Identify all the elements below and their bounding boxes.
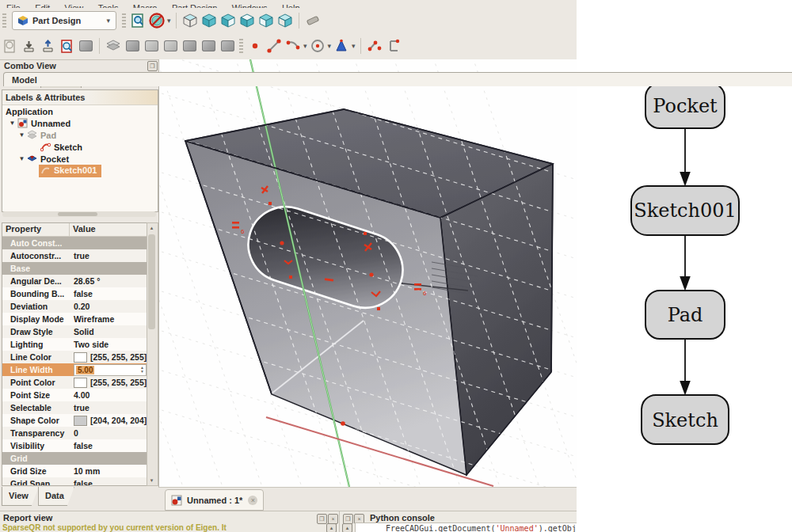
selected-tree-item: Sketch001 [39, 165, 101, 177]
property-row-selected[interactable]: Line Width 5.00▲▼ [2, 363, 147, 376]
property-row[interactable]: Angular De...28.65 ° [2, 275, 147, 287]
value-column-header: Value [70, 223, 99, 236]
cube-wire-icon[interactable] [181, 11, 200, 30]
toolbar-row-2: ▾ ▾ ▾ [0, 32, 577, 60]
tree-item-pocket[interactable]: ▼ Pocket [2, 153, 158, 165]
3d-viewport[interactable]: 6 6 [158, 59, 577, 487]
property-group-row[interactable]: Grid [2, 452, 147, 465]
sketch-point [268, 202, 272, 205]
external-geometry-icon[interactable] [365, 36, 384, 55]
document-tab[interactable]: Unnamed : 1* × [165, 489, 264, 511]
tree-item-unnamed[interactable]: ▼ Unnamed [2, 117, 158, 129]
tab-model[interactable]: Model [3, 72, 792, 86]
color-swatch [74, 352, 87, 363]
boolean-glyph [221, 40, 234, 51]
property-row[interactable]: Visibilityfalse [2, 439, 147, 452]
navigation-style-icon[interactable] [147, 11, 166, 30]
property-group-row[interactable]: Auto Const... [2, 237, 147, 249]
conics-tool-icon[interactable] [332, 36, 351, 55]
property-row[interactable]: LightingTwo side [2, 338, 147, 351]
property-row[interactable]: Line Color [255, 255, 255] [2, 351, 147, 363]
toolbar-grip[interactable] [239, 39, 243, 53]
toolbar-separator [299, 13, 299, 28]
sketch-point [364, 232, 367, 235]
color-swatch [74, 378, 87, 388]
property-column-header: Property [2, 223, 70, 236]
toolbar-separator [360, 38, 361, 54]
chevron-down-icon[interactable]: ▾ [328, 42, 332, 50]
groove-tool-icon[interactable] [142, 36, 161, 55]
scroll-up-icon[interactable]: ▴ [147, 223, 156, 233]
graph-node-pocket: Pocket [645, 83, 725, 128]
axonometric-cube-icon[interactable] [276, 11, 295, 30]
scroll-down-icon[interactable]: ▾ [147, 476, 156, 485]
tree-item-application[interactable]: Application [2, 105, 158, 117]
map-sketch-glyph [79, 40, 93, 51]
chevron-down-icon[interactable]: ▾ [303, 42, 307, 50]
report-scroll-up-icon[interactable]: ▴ [326, 523, 337, 532]
revolve-tool-icon[interactable] [123, 36, 142, 55]
pin-tool-icon[interactable] [161, 36, 180, 55]
carbon-copy-icon[interactable] [384, 36, 403, 55]
subtractive-box-icon[interactable] [199, 36, 218, 55]
property-row[interactable]: Autoconstr...true [2, 249, 147, 262]
line-width-spinbox[interactable]: 5.00▲▼ [74, 364, 147, 376]
property-header: Property Value [2, 223, 147, 237]
document-tab-bar: Unnamed : 1* × [158, 487, 577, 511]
tree-item-pad[interactable]: ▼ Pad [2, 129, 158, 141]
console-scroll-up-icon[interactable]: ▴ [342, 523, 352, 532]
tree-item-sketch[interactable]: Sketch [2, 141, 158, 153]
property-row[interactable]: Shape Color [204, 204, 204] [2, 414, 147, 427]
pad-tool-icon[interactable] [104, 36, 123, 55]
expander-icon[interactable]: ▼ [9, 120, 16, 127]
property-row[interactable]: Display ModeWireframe [2, 313, 147, 325]
front-view-cube-icon[interactable] [219, 11, 238, 30]
chevron-down-icon[interactable]: ▾ [167, 17, 171, 25]
arc-tool-icon[interactable] [284, 36, 303, 55]
property-row[interactable]: Draw StyleSolid [2, 325, 147, 338]
line-tool-icon[interactable] [265, 36, 284, 55]
toolbar-grip[interactable] [122, 13, 126, 28]
validate-sketch-icon[interactable] [57, 36, 76, 55]
graph-edges [681, 128, 690, 393]
toolbar-grip[interactable] [2, 13, 6, 28]
property-row[interactable]: Point Color [255, 255, 255] [2, 376, 147, 389]
eraser-icon[interactable] [303, 11, 322, 30]
close-tab-icon[interactable]: × [248, 496, 257, 505]
spinner-arrows-icon[interactable]: ▲▼ [140, 366, 146, 374]
python-console-input[interactable]: FreeCADGui.getDocument('Unnamed').getObj [355, 522, 577, 532]
right-view-cube-icon[interactable] [257, 11, 276, 30]
expander-icon[interactable]: ▼ [18, 131, 25, 139]
save-icon[interactable] [0, 36, 19, 55]
property-row[interactable]: Bounding B...false [2, 287, 147, 300]
boolean-tool-icon[interactable] [218, 36, 237, 55]
tree-item-sketch001[interactable]: Sketch001 [2, 165, 158, 177]
iso-view-cube-icon[interactable] [200, 11, 219, 30]
property-row[interactable]: Grid Size10 mm [2, 465, 147, 477]
expander-icon[interactable]: ▼ [18, 155, 25, 162]
property-row[interactable]: Deviation0.20 [2, 300, 147, 313]
import-icon[interactable] [19, 36, 38, 55]
point-tool-icon[interactable] [246, 36, 265, 55]
property-row[interactable]: Grid Snapfalse [2, 477, 147, 486]
property-row[interactable]: Point Size4.00 [2, 389, 147, 401]
workbench-selector[interactable]: Part Design ▾ [12, 11, 116, 30]
float-panel-icon[interactable]: ❒ [147, 61, 158, 71]
additive-box-icon[interactable] [180, 36, 199, 55]
sketch-icon [40, 142, 51, 152]
3d-scene: 6 6 [159, 59, 577, 487]
pad-icon [27, 130, 37, 140]
property-row[interactable]: Selectabletrue [2, 401, 147, 414]
property-row[interactable]: Transparency0 [2, 427, 147, 439]
chevron-down-icon[interactable]: ▾ [352, 42, 356, 50]
tree-horizontal-scrollbar[interactable] [2, 211, 156, 217]
top-view-cube-icon[interactable] [238, 11, 257, 30]
export-icon[interactable] [38, 36, 57, 55]
document-icon [17, 118, 28, 128]
circle-tool-icon[interactable] [308, 36, 327, 55]
map-sketch-icon[interactable] [76, 36, 95, 55]
property-editor: Property Value Auto Const... Autoconstr.… [2, 222, 147, 486]
search-document-icon[interactable] [128, 11, 147, 30]
property-vertical-scrollbar[interactable]: ▴ ▾ [147, 222, 158, 486]
property-group-row[interactable]: Base [2, 262, 147, 275]
